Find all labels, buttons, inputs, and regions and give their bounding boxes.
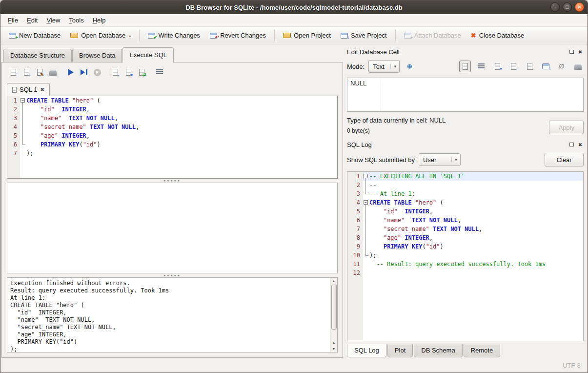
close-panel-button[interactable]: ✖ (577, 49, 584, 55)
word-wrap-button[interactable] (153, 66, 166, 78)
menu-view[interactable]: View (42, 15, 64, 25)
attach-database-button: +Attach Database (400, 30, 466, 41)
splitter-handle[interactable]: ●●●●● (7, 179, 338, 183)
code-text: "age" INTEGER, (369, 233, 433, 242)
menu-edit[interactable]: Edit (22, 15, 42, 25)
close-tab-icon[interactable]: ✖ (40, 87, 44, 92)
copy-cell-button[interactable]: » (491, 61, 503, 72)
save-as-table-button[interactable]: ↓ (540, 61, 551, 72)
open-database-button[interactable]: Open Database▾ (66, 30, 135, 41)
fold-column (20, 149, 26, 158)
vertical-scrollbar[interactable]: ▲ ▲ ▼ (330, 278, 337, 352)
mode-config-button[interactable]: ⊕ (404, 61, 415, 72)
fold-marker-icon (20, 123, 26, 131)
scroll-up-icon[interactable]: ▲ (332, 339, 336, 346)
scroll-up-icon[interactable]: ▲ (332, 278, 336, 284)
scrollbar-thumb[interactable] (331, 285, 337, 330)
print-cell-button[interactable] (572, 61, 584, 72)
code-line: 3 "name" TEXT NOT NULL, (7, 114, 337, 123)
tab-execute-sql[interactable]: Execute SQL (122, 47, 174, 62)
code-text: "id" INTEGER, (26, 105, 90, 114)
export-cell-button[interactable]: → (524, 61, 535, 72)
execute-line-button[interactable] (78, 66, 90, 78)
print-icon (574, 65, 582, 70)
maximize-button[interactable]: □ (563, 2, 572, 12)
line-number: 1 (7, 96, 20, 105)
code-text: CREATE TABLE "hero" ( (369, 198, 444, 207)
window-title: DB Browser for SQLite - /home/user/code/… (0, 4, 588, 11)
splitter-dots-icon: ●●●●● (163, 180, 181, 182)
write-changes-button[interactable]: ✔Write Changes (143, 30, 204, 41)
close-panel-button[interactable]: ✖ (577, 142, 584, 148)
save-project-button[interactable]: ↓Save Project (336, 30, 391, 41)
open-project-button[interactable]: →Open Project (279, 30, 335, 41)
line-number: 2 (347, 181, 363, 189)
execute-all-icon (68, 69, 74, 76)
line-number: 5 (347, 207, 363, 216)
mode-select[interactable]: Text ▾ (368, 60, 400, 73)
line-number: 11 (347, 260, 363, 269)
fold-marker-icon[interactable]: − (363, 172, 369, 181)
execute-sql-panel: ↑↓✎✖→●⇄ SQL 1 ✖ 1−CREATE TABLE "hero" (2… (1, 62, 343, 358)
title-bar[interactable]: DB Browser for SQLite - /home/user/code/… (0, 0, 588, 14)
tab-database-structure[interactable]: Database Structure (3, 49, 72, 62)
copy-doc-icon: » (495, 63, 500, 70)
apply-button: Apply (549, 121, 584, 134)
sql-file-tab[interactable]: SQL 1 ✖ (7, 83, 50, 96)
line-number: 6 (7, 140, 20, 149)
submitter-select[interactable]: User ▾ (419, 153, 461, 166)
close-database-button[interactable]: ✖Close Database (466, 30, 528, 41)
tab-sql-log[interactable]: SQL Log (347, 344, 386, 357)
clear-log-button[interactable]: Clear (545, 153, 584, 166)
find-replace-icon: ⇄ (139, 69, 144, 76)
menu-file[interactable]: File (3, 15, 22, 25)
open-project-button-label: Open Project (294, 32, 331, 39)
tab-db-schema[interactable]: DB Schema (414, 344, 462, 357)
menu-tools[interactable]: Tools (64, 15, 88, 25)
tab-remote[interactable]: Remote (464, 344, 501, 357)
cell-content-editor[interactable]: NULL (347, 78, 584, 112)
tab-plot[interactable]: Plot (387, 344, 413, 357)
text-view-button[interactable] (459, 61, 471, 72)
status-bar: UTF-8 (0, 358, 588, 373)
save-sql-file-button[interactable]: ↓ (20, 66, 33, 78)
minimize-button[interactable]: − (550, 2, 560, 12)
open-sql-file-button[interactable]: ↑ (7, 66, 20, 78)
code-text: -- EXECUTING ALL IN 'SQL 1' (369, 172, 465, 181)
menu-help[interactable]: Help (88, 15, 110, 25)
save-results-button[interactable]: → (109, 66, 122, 78)
sql-log-view[interactable]: 1−-- EXECUTING ALL IN 'SQL 1'2--3-- At l… (347, 171, 584, 341)
sql-code-editor[interactable]: 1−CREATE TABLE "hero" (2 "id" INTEGER,3 … (7, 96, 338, 179)
float-panel-button[interactable] (568, 49, 575, 55)
line-number: 10 (347, 251, 363, 260)
set-null-button[interactable]: ∅ (556, 61, 568, 72)
sql-log-title: SQL Log (347, 141, 566, 148)
print-button[interactable] (46, 66, 59, 78)
close-button[interactable]: × (575, 2, 584, 12)
code-text: ); (369, 251, 376, 260)
code-text: "name" TEXT NOT NULL, (369, 216, 461, 225)
scroll-down-icon[interactable]: ▼ (332, 346, 336, 352)
tab-browse-data[interactable]: Browse Data (72, 49, 122, 62)
sql-toolbar: ↑↓✎✖→●⇄ (7, 65, 338, 79)
dock-tab-bar: SQL LogPlotDB SchemaRemote (347, 341, 584, 358)
find-replace-button[interactable]: ⇄ (135, 66, 148, 78)
import-cell-button[interactable]: ↓ (507, 61, 519, 72)
open-database-dropdown-arrow[interactable]: ▾ (129, 34, 131, 39)
revert-changes-button[interactable]: ↶Revert Changes (205, 30, 270, 41)
float-icon (569, 50, 574, 54)
find-icon: ● (126, 69, 131, 76)
word-wrap-cell-button[interactable] (475, 61, 487, 72)
divider (381, 79, 381, 111)
wrap-lines-icon (478, 63, 485, 69)
execute-all-button[interactable] (64, 66, 77, 78)
code-text: "secret_name" TEXT NOT NULL, (26, 123, 139, 131)
save-results-icon: → (113, 69, 118, 76)
splitter-handle[interactable]: ●●●●● (7, 273, 338, 277)
find-button[interactable]: ● (122, 66, 135, 78)
new-database-button[interactable]: +New Database (4, 30, 65, 41)
save-sql-as-button[interactable]: ✎ (33, 66, 46, 78)
fold-marker-icon[interactable]: − (363, 198, 369, 207)
fold-marker-icon[interactable]: − (20, 96, 26, 105)
float-panel-button[interactable] (568, 142, 575, 148)
